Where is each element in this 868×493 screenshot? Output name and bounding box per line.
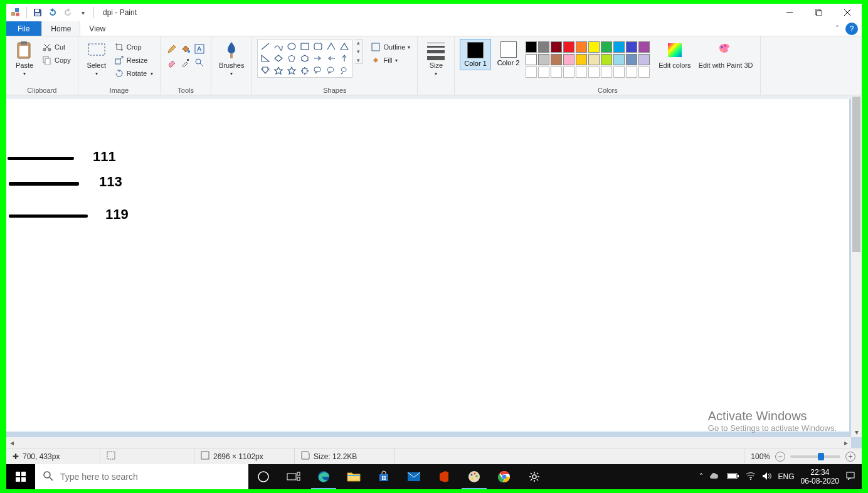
color-swatch[interactable] <box>626 54 637 65</box>
color-swatch[interactable] <box>613 41 625 53</box>
zoom-slider[interactable] <box>790 455 840 458</box>
shapes-gallery[interactable] <box>257 39 352 78</box>
paint3d-button[interactable]: Edit with Paint 3D <box>696 39 756 70</box>
paint-taskbar-icon[interactable] <box>459 464 489 489</box>
color-swatch-empty[interactable] <box>638 66 650 78</box>
explorer-icon[interactable] <box>339 464 369 489</box>
group-brushes: Brushes▾ <box>211 36 252 95</box>
svg-marker-34 <box>288 67 295 74</box>
tab-view[interactable]: View <box>80 21 115 36</box>
color-swatch[interactable] <box>563 54 574 65</box>
color-swatch[interactable] <box>551 54 562 65</box>
color-swatch-empty[interactable] <box>563 66 574 78</box>
minimize-button[interactable] <box>775 4 804 21</box>
shapes-scroll-up[interactable]: ▴ <box>355 40 362 46</box>
color-swatch[interactable] <box>601 41 612 53</box>
tab-home[interactable]: Home <box>41 21 80 36</box>
color-swatch[interactable] <box>638 41 650 53</box>
outline-button[interactable]: Outline ▾ <box>369 41 412 53</box>
eraser-tool[interactable] <box>166 56 178 69</box>
color-swatch[interactable] <box>626 41 637 53</box>
mail-icon[interactable] <box>399 464 429 489</box>
shapes-scroll-down[interactable]: ▾ <box>355 48 362 55</box>
color-swatch-empty[interactable] <box>538 66 549 78</box>
help-icon[interactable]: ? <box>845 23 858 35</box>
collapse-ribbon-icon[interactable]: ˄ <box>835 21 839 36</box>
taskview-icon[interactable] <box>278 464 309 489</box>
color-swatch[interactable] <box>526 41 537 53</box>
color-swatch[interactable] <box>576 41 587 53</box>
color-swatch-empty[interactable] <box>576 66 587 78</box>
fill-button[interactable]: Fill ▾ <box>369 55 412 66</box>
canvas[interactable]: 111 113 119 <box>6 99 849 432</box>
color2-button[interactable]: Color 2 <box>494 39 523 69</box>
wifi-icon[interactable] <box>746 472 756 482</box>
pencil-tool[interactable] <box>166 43 178 55</box>
cut-button[interactable]: Cut <box>40 41 73 53</box>
maximize-button[interactable] <box>804 4 833 21</box>
settings-icon[interactable] <box>519 464 549 489</box>
onedrive-icon[interactable] <box>709 472 721 482</box>
text-tool[interactable]: A <box>193 43 206 55</box>
redo-icon[interactable] <box>62 7 73 18</box>
color-swatch-empty[interactable] <box>601 66 612 78</box>
store-icon[interactable] <box>369 464 399 489</box>
zoom-in-button[interactable]: + <box>845 452 855 462</box>
vertical-scrollbar[interactable]: ▾ <box>851 95 862 437</box>
close-button[interactable] <box>833 4 862 21</box>
rotate-button[interactable]: Rotate▾ <box>112 68 155 79</box>
shapes-expand[interactable]: ▾ <box>355 57 362 63</box>
brushes-button[interactable]: Brushes▾ <box>216 39 246 78</box>
taskbar-search[interactable] <box>35 464 248 489</box>
color-swatch-empty[interactable] <box>588 66 600 78</box>
copy-button[interactable]: Copy <box>40 55 73 66</box>
color-swatch[interactable] <box>538 41 549 53</box>
color-swatch[interactable] <box>576 54 587 65</box>
color-swatch[interactable] <box>551 41 562 53</box>
save-icon[interactable] <box>32 7 43 18</box>
color-swatch-empty[interactable] <box>613 66 625 78</box>
color-swatch[interactable] <box>588 41 600 53</box>
magnifier-tool[interactable] <box>193 56 206 69</box>
color-swatch[interactable] <box>638 54 650 65</box>
volume-icon[interactable] <box>762 472 772 482</box>
color-swatch[interactable] <box>538 54 549 65</box>
color-swatch[interactable] <box>563 41 574 53</box>
svg-marker-35 <box>301 67 309 75</box>
search-input[interactable] <box>60 472 241 482</box>
color-swatch[interactable] <box>588 54 600 65</box>
svg-point-74 <box>750 479 751 480</box>
tray-overflow-icon[interactable]: ˄ <box>699 472 703 481</box>
language-indicator[interactable]: ENG <box>778 472 795 481</box>
horizontal-scrollbar[interactable]: ◂ ▸ <box>6 437 851 448</box>
fill-tool[interactable] <box>179 43 192 55</box>
paste-button[interactable]: Paste▾ <box>11 39 38 78</box>
picker-tool[interactable] <box>179 56 192 69</box>
zoom-out-button[interactable]: − <box>775 452 785 462</box>
color1-button[interactable]: Color 1 <box>460 39 490 70</box>
color-palette[interactable] <box>526 39 650 78</box>
edit-colors-button[interactable]: Edit colors <box>656 39 693 70</box>
undo-icon[interactable] <box>47 7 58 18</box>
chrome-icon[interactable] <box>489 464 519 489</box>
color-swatch[interactable] <box>526 54 537 65</box>
qat-dropdown-icon[interactable]: ▾ <box>77 7 88 18</box>
edge-icon[interactable] <box>309 464 339 489</box>
taskbar-clock[interactable]: 22:34 06-08-2020 <box>801 468 839 486</box>
resize-button[interactable]: Resize <box>112 55 155 66</box>
start-button[interactable] <box>6 464 35 489</box>
cortana-icon[interactable] <box>248 464 278 489</box>
size-button[interactable]: Size▾ <box>423 39 449 78</box>
select-button[interactable]: Select▾ <box>83 39 110 78</box>
notifications-icon[interactable] <box>845 471 855 483</box>
color-swatch[interactable] <box>613 54 625 65</box>
office-icon[interactable] <box>429 464 459 489</box>
color-swatch[interactable] <box>601 54 612 65</box>
tab-file[interactable]: File <box>6 21 41 36</box>
color-swatch-empty[interactable] <box>551 66 562 78</box>
status-zoom[interactable]: 100% − + <box>744 452 862 462</box>
color-swatch-empty[interactable] <box>626 66 637 78</box>
battery-icon[interactable] <box>727 472 739 482</box>
color-swatch-empty[interactable] <box>526 66 537 78</box>
crop-button[interactable]: Crop <box>112 41 155 53</box>
